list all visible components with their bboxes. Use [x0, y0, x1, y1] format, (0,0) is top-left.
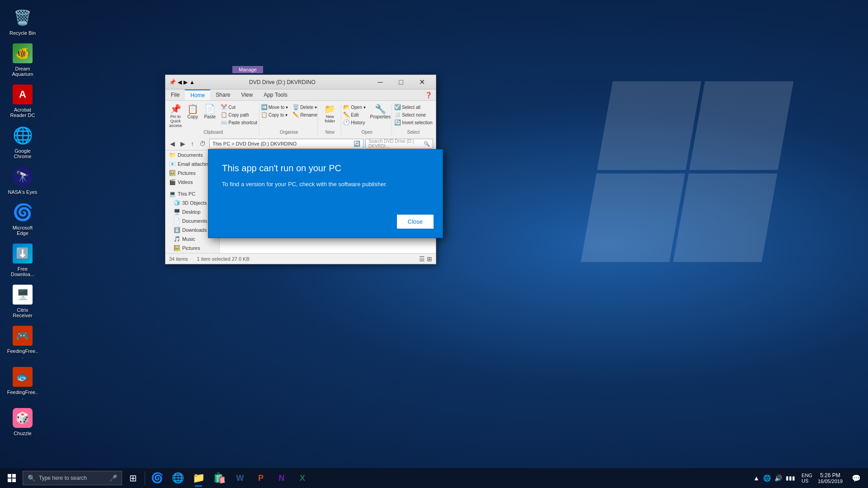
rename-icon: ✏️	[292, 112, 299, 118]
select-none-button[interactable]: ◻️ Select none	[392, 111, 434, 118]
tab-share[interactable]: Share	[210, 89, 236, 100]
large-icons-view-button[interactable]: ⊞	[427, 255, 432, 263]
feeding2-icon: 🐟	[12, 366, 33, 388]
paste-button[interactable]: 📄 Paste	[202, 103, 218, 120]
chrome-icon: 🌐	[12, 125, 33, 146]
error-message: To find a version for your PC, check wit…	[222, 181, 429, 188]
desktop-icon-citrix[interactable]: 🖥️ Citrix Receiver	[5, 282, 41, 320]
sidebar-item-pictures2[interactable]: 🖼️ Pictures	[165, 244, 219, 253]
address-path: This PC > DVD Drive (D:) DKVRDINO	[212, 141, 297, 146]
taskbar-word-button[interactable]: W	[230, 468, 250, 488]
error-close-button[interactable]: Close	[397, 215, 434, 229]
history-button[interactable]: 🕐 History	[341, 119, 367, 126]
paste-shortcut-label: Paste shortcut	[228, 120, 257, 125]
forward-button[interactable]: ▶	[179, 139, 187, 148]
pin-to-quick-access-button[interactable]: 📌 Pin to Quickaccess	[167, 103, 184, 129]
battery-icon: ▮▮▮	[785, 474, 796, 482]
taskbar-chrome-button[interactable]: 🌐	[168, 468, 188, 488]
desktop-icon-chuzzle[interactable]: 🎲 Chuzzle	[5, 405, 41, 438]
copy-label: Copy	[188, 114, 198, 119]
cut-button[interactable]: ✂️ Cut	[219, 103, 259, 111]
details-view-button[interactable]: ☰	[419, 255, 425, 263]
windows-logo-decoration	[597, 81, 778, 262]
paste-label: Paste	[204, 114, 216, 119]
item-count: 34 items	[169, 256, 188, 262]
open-button[interactable]: 📂 Open ▾	[341, 103, 367, 111]
move-to-button[interactable]: ➡️ Move to ▾	[259, 103, 290, 111]
desktop-icon-nasa[interactable]: 🔭 NASA's Eyes	[5, 164, 41, 197]
search-box[interactable]: Search DVD Drive (D:) DKVRDI... 🔍	[365, 139, 433, 149]
taskbar-edge-button[interactable]: 🌀	[147, 468, 167, 488]
delete-button[interactable]: 🗑️ Delete ▾	[291, 103, 319, 111]
open-items: 📂 Open ▾ ✏️ Edit 🕐 History 🔧	[341, 103, 392, 126]
pin-icon: 📌	[170, 104, 181, 113]
language-indicator[interactable]: ENG US	[800, 473, 814, 483]
tab-home[interactable]: Home	[185, 89, 210, 100]
taskbar-onenote-button[interactable]: N	[272, 468, 292, 488]
task-view-icon: ⊞	[129, 473, 137, 483]
desktop-icon-chrome[interactable]: 🌐 Google Chrome	[5, 122, 41, 161]
minimize-button[interactable]: ─	[370, 75, 391, 89]
excel-taskbar-icon: X	[300, 474, 305, 483]
start-button[interactable]	[2, 468, 22, 488]
desktop-icon-acrobat[interactable]: A Acrobat Reader DC	[5, 81, 41, 120]
error-actions: Close	[208, 210, 443, 238]
citrix-label: Citrix Receiver	[7, 307, 38, 318]
history-label: History	[351, 120, 365, 125]
desktop-icon-free-download[interactable]: ⬇️ Free Downloa...	[5, 240, 41, 279]
taskbar-excel-button[interactable]: X	[292, 468, 312, 488]
copy-button[interactable]: 📋 Copy	[184, 103, 201, 120]
copy-to-icon: 📋	[261, 112, 268, 118]
select-all-button[interactable]: ☑️ Select all	[392, 103, 434, 111]
clipboard-small-btns: ✂️ Cut 📋 Copy path ⌨️ Paste shortcut	[219, 103, 259, 126]
clock-time: 5:26 PM	[820, 472, 840, 479]
ribbon-content: 📌 Pin to Quickaccess 📋 Copy 📄 Paste ✂️	[165, 101, 436, 137]
task-view-button[interactable]: ⊞	[123, 468, 143, 488]
help-button[interactable]: ❓	[421, 89, 436, 100]
network-icon[interactable]: 🌐	[762, 474, 772, 483]
properties-button[interactable]: 🔧 Properties	[368, 103, 393, 120]
taskbar-search-box[interactable]: 🔍 Type here to search 🎤	[23, 471, 122, 485]
chuzzle-label: Chuzzle	[14, 431, 32, 436]
refresh-button[interactable]: 🔄	[354, 141, 360, 147]
microphone-icon: 🎤	[109, 474, 117, 482]
copy-path-button[interactable]: 📋 Copy path	[219, 111, 259, 118]
maximize-button[interactable]: □	[391, 75, 411, 89]
edit-button[interactable]: ✏️ Edit	[341, 111, 367, 118]
action-center-button[interactable]: 💬	[846, 468, 866, 488]
show-hidden-icons[interactable]: ▲	[752, 474, 760, 483]
feeding1-label: FeedingFree...	[7, 348, 38, 359]
clipboard-items: 📌 Pin to Quickaccess 📋 Copy 📄 Paste ✂️	[167, 103, 259, 129]
delete-label: Delete ▾	[300, 105, 317, 110]
up-button[interactable]: ↑	[189, 139, 196, 148]
ribbon-group-open: 📂 Open ▾ ✏️ Edit 🕐 History 🔧	[342, 103, 392, 136]
volume-icon[interactable]: 🔊	[774, 474, 783, 483]
desktop-icon-feeding1[interactable]: 🎮 FeedingFree...	[5, 323, 41, 361]
manage-tab[interactable]: Manage	[232, 66, 263, 73]
music-icon: 🎵	[174, 236, 180, 242]
invert-selection-button[interactable]: 🔄 Invert selection	[392, 119, 434, 126]
documents2-icon: 📄	[174, 218, 180, 224]
tab-file[interactable]: File	[165, 89, 185, 100]
recent-locations-button[interactable]: ⏱	[198, 139, 208, 148]
desktop-icon-feeding2[interactable]: 🐟 FeedingFree...	[5, 364, 41, 403]
desktop-icon-dream-aquarium[interactable]: 🐠 Dream Aquarium	[5, 40, 41, 79]
close-button[interactable]: ✕	[411, 75, 432, 89]
desktop-icon-recycle-bin[interactable]: 🗑️ Recycle Bin	[5, 5, 41, 38]
copy-to-button[interactable]: 📋 Copy to ▾	[259, 111, 290, 118]
forward-icon: ▶	[184, 79, 188, 85]
paste-shortcut-button[interactable]: ⌨️ Paste shortcut	[219, 119, 259, 126]
tab-app-tools[interactable]: App Tools	[258, 89, 292, 100]
dream-aquarium-icon: 🐠	[12, 42, 33, 64]
tab-view[interactable]: View	[236, 89, 258, 100]
system-clock[interactable]: 5:26 PM 16/05/2019	[814, 472, 846, 484]
taskbar-store-button[interactable]: 🛍️	[209, 468, 229, 488]
address-input[interactable]: This PC > DVD Drive (D:) DKVRDINO 🔄	[209, 139, 363, 149]
desktop-icon-edge[interactable]: 🌀 Microsoft Edge	[5, 199, 41, 238]
back-button[interactable]: ◀	[168, 139, 177, 148]
new-folder-button[interactable]: 📁 Newfolder	[322, 103, 338, 124]
taskbar-powerpoint-button[interactable]: P	[251, 468, 271, 488]
taskbar-fileexplorer-button[interactable]: 📁	[189, 468, 208, 488]
action-center-icon: 💬	[852, 474, 861, 483]
rename-button[interactable]: ✏️ Rename	[291, 111, 319, 118]
